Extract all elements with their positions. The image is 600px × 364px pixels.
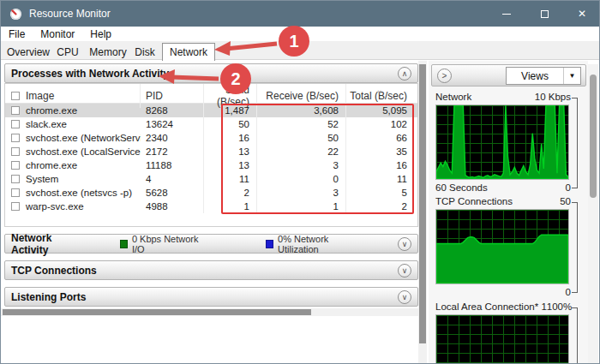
legend-item: 0% Network Utilization — [266, 234, 357, 254]
cell-send: 50 — [204, 117, 257, 131]
table-row[interactable]: System 4 11 0 11 — [5, 172, 417, 186]
cell-total: 5 — [346, 188, 414, 198]
row-checkbox[interactable] — [11, 106, 20, 115]
maximize-button[interactable] — [525, 1, 563, 27]
network-activity-legend: 0 Kbps Network I/O0% Network Utilization — [120, 234, 417, 254]
menu-bar: File Monitor Help — [1, 27, 599, 42]
window-title: Resource Monitor — [29, 8, 111, 20]
cell-image: System — [24, 174, 141, 184]
graph-scale: 100% — [547, 301, 572, 313]
cell-image: svchost.exe (netsvcs -p) — [24, 188, 141, 198]
graphs-sidebar: > Views ▼ Network 10 Kbps 60 Seconds 0 T… — [429, 61, 588, 364]
cell-total: 35 — [346, 146, 414, 157]
tab-overview[interactable]: Overview — [4, 45, 52, 60]
listening-ports-title: Listening Ports — [11, 291, 86, 303]
row-checkbox[interactable] — [11, 147, 20, 156]
graph-title: TCP Connections — [435, 196, 513, 208]
cell-pid: 5628 — [141, 186, 204, 200]
cell-send: 1 — [204, 200, 257, 213]
tcp-graph-labels: TCP Connections 50 — [435, 196, 571, 208]
tcp-connections-graph — [435, 209, 569, 284]
row-checkbox[interactable] — [11, 175, 20, 183]
tcp-connections-title: TCP Connections — [11, 265, 97, 277]
maximize-icon — [541, 10, 549, 18]
table-row[interactable]: slack.exe 13624 50 52 102 — [5, 117, 417, 131]
close-button[interactable]: ✕ — [563, 1, 600, 27]
cell-total: 16 — [346, 160, 414, 170]
cell-receive: 3,608 — [257, 104, 346, 117]
tcp-connections-header[interactable]: TCP Connections ∨ — [4, 260, 418, 280]
tab-memory[interactable]: Memory — [87, 45, 129, 60]
table-row[interactable]: chrome.exe 11188 13 3 16 — [5, 158, 417, 172]
table-row[interactable]: svchost.exe (NetworkService -p) 2340 16 … — [5, 131, 417, 145]
cell-receive: 1 — [257, 200, 346, 213]
row-checkbox[interactable] — [11, 202, 20, 211]
sidebar-header: > Views ▼ — [431, 64, 586, 87]
processes-panel-header[interactable]: Processes with Network Activity ∧ — [4, 63, 418, 83]
tab-disk[interactable]: Disk — [131, 45, 159, 60]
network-activity-title: Network Activity — [11, 232, 84, 256]
tab-bar: Overview CPU Memory Disk Network — [1, 42, 599, 60]
expand-chevron-down-icon[interactable]: ∨ — [398, 290, 411, 304]
sidebar-scrollbar[interactable] — [588, 64, 598, 364]
row-checkbox[interactable] — [11, 120, 20, 128]
cell-receive: 52 — [257, 117, 346, 131]
horizontal-scrollbar[interactable] — [1, 308, 418, 316]
lac-graph-labels: Local Area Connection* 1 100% — [435, 301, 571, 313]
table-row[interactable]: svchost.exe (LocalServiceNetwo... 2172 1… — [5, 145, 417, 158]
process-table: Image PID Send (B/sec) Receive (B/sec) ˅… — [4, 83, 418, 227]
tab-cpu[interactable]: CPU — [54, 45, 81, 60]
cell-send: 13 — [204, 145, 257, 158]
menu-help[interactable]: Help — [82, 28, 119, 40]
sidebar-scrollbar-thumb[interactable] — [590, 75, 597, 198]
cell-receive: 22 — [257, 145, 346, 158]
cell-pid: 4 — [141, 172, 204, 186]
graph-min-label: 0 — [566, 182, 571, 194]
row-checkbox[interactable] — [11, 134, 20, 142]
cell-send: 11 — [204, 172, 257, 186]
network-graph-footer: 60 Seconds 0 — [435, 182, 571, 194]
table-row[interactable]: svchost.exe (netsvcs -p) 5628 2 3 5 — [5, 186, 417, 200]
graph-min-label: 0 — [566, 287, 571, 299]
vertical-scrollbar[interactable] — [418, 61, 427, 364]
cell-pid: 13624 — [141, 117, 204, 131]
cell-send: 13 — [204, 158, 257, 172]
views-button[interactable]: Views ▼ — [506, 67, 581, 85]
network-graph — [435, 104, 569, 180]
collapse-sidebar-chevron-right-icon[interactable]: > — [437, 69, 452, 83]
listening-ports-header[interactable]: Listening Ports ∨ — [4, 287, 418, 307]
views-dropdown-arrow-icon[interactable]: ▼ — [563, 68, 580, 84]
legend-swatch-icon — [266, 240, 273, 248]
cell-receive: 3 — [257, 186, 346, 200]
column-header-total[interactable]: ˅ Total (B/sec) — [346, 90, 414, 102]
column-header-image[interactable]: Image — [24, 84, 141, 108]
cell-receive: 0 — [257, 172, 346, 186]
cell-pid: 8268 — [141, 104, 204, 117]
cell-image: svchost.exe (NetworkService -p) — [24, 133, 141, 143]
table-row[interactable]: chrome.exe 8268 1,487 3,608 5,095 — [5, 104, 417, 117]
select-all-checkbox[interactable] — [11, 92, 20, 100]
cell-image: chrome.exe — [24, 160, 141, 170]
row-checkbox[interactable] — [11, 161, 20, 170]
vertical-scrollbar-thumb[interactable] — [419, 64, 426, 343]
expand-chevron-down-icon[interactable]: ∨ — [398, 237, 411, 251]
horizontal-scrollbar-thumb[interactable] — [3, 309, 311, 315]
cell-pid: 2172 — [141, 145, 204, 158]
row-checkbox[interactable] — [11, 188, 20, 197]
cell-send: 16 — [204, 131, 257, 145]
table-body: chrome.exe 8268 1,487 3,608 5,095 slack.… — [5, 104, 417, 213]
scale-bracket — [572, 202, 578, 293]
tab-network[interactable]: Network — [162, 43, 215, 61]
table-row[interactable]: warp-svc.exe 4988 1 1 2 — [5, 200, 417, 213]
cell-image: svchost.exe (LocalServiceNetwo... — [24, 146, 141, 157]
network-activity-header[interactable]: Network Activity 0 Kbps Network I/O0% Ne… — [4, 234, 418, 254]
resource-monitor-window: { "window": { "title": "Resource Monitor… — [0, 0, 600, 364]
expand-chevron-down-icon[interactable]: ∨ — [398, 264, 411, 277]
collapse-chevron-up-icon[interactable]: ∧ — [398, 67, 411, 81]
minimize-button[interactable] — [488, 1, 525, 27]
menu-monitor[interactable]: Monitor — [33, 28, 82, 40]
cell-total: 102 — [346, 119, 414, 129]
table-header-row: Image PID Send (B/sec) Receive (B/sec) ˅… — [5, 84, 417, 104]
menu-file[interactable]: File — [1, 28, 33, 40]
cell-total: 5,095 — [346, 105, 414, 116]
